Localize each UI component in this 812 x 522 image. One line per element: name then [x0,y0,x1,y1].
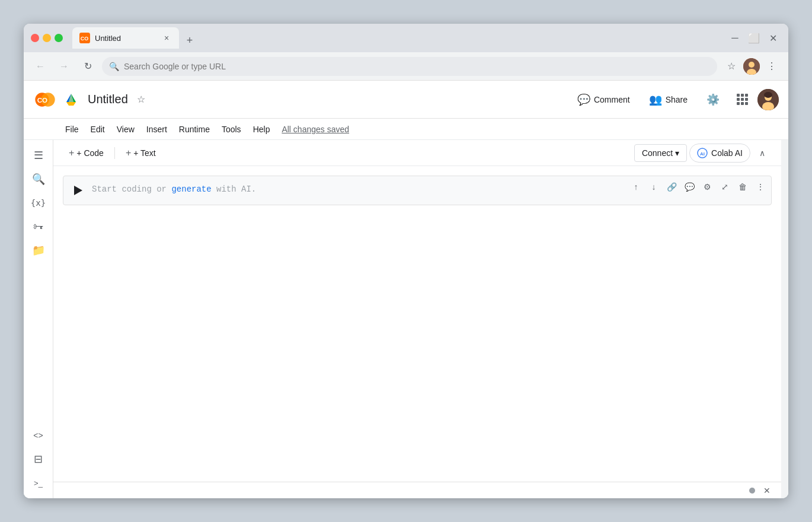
menu-insert[interactable]: Insert [140,121,173,138]
restore-button[interactable]: ⬜ [746,30,762,46]
colab-ai-button[interactable]: AI Colab AI [689,144,750,163]
snippets-icon: <> [33,431,43,440]
menu-edit[interactable]: Edit [85,121,111,138]
forward-icon: → [59,61,69,72]
move-up-icon: ↑ [634,182,638,192]
sidebar-secrets-button[interactable]: 🗝 [28,216,49,237]
cell-settings-icon: ⚙ [704,182,711,192]
files-icon: 📁 [32,244,45,257]
svg-point-15 [764,92,772,98]
cell-toolbar: ↑ ↓ 🔗 💬 ⚙ [628,179,769,195]
move-cell-down-button[interactable]: ↓ [645,179,662,195]
cells-area: Start coding or generate with AI. ↑ ↓ [53,166,781,482]
reload-button[interactable]: ↻ [78,57,97,76]
colab-header: CO Untitled ☆ 💬 Comment [24,81,788,119]
sidebar-terminal-button[interactable]: >_ [28,472,49,494]
share-label: Share [666,95,688,104]
google-drive-icon [64,93,78,107]
cell-comment-icon: 💬 [685,182,695,192]
cell-placeholder: Start coding or generate with AI. [92,184,256,194]
add-code-button[interactable]: + + Code [63,144,110,162]
user-avatar[interactable] [757,89,779,110]
notebook-area: + + Code + + Text Connect ▾ [53,140,781,498]
colab-ai-icon: AI [697,148,708,158]
sidebar-variables-button[interactable]: {x} [28,192,49,214]
menu-file[interactable]: File [59,121,85,138]
star-button[interactable]: ☆ [133,91,149,108]
apps-grid-button[interactable] [731,89,753,110]
search-icon: 🔍 [109,62,119,71]
delete-cell-button[interactable]: 🗑 [734,179,751,195]
sidebar-search-button[interactable]: 🔍 [28,168,49,190]
scrollbar-area[interactable] [781,140,788,498]
tab-close-button[interactable]: × [161,33,172,43]
cell-placeholder-suffix: with AI. [212,184,257,194]
active-tab[interactable]: CO Untitled × [72,27,179,49]
add-text-button[interactable]: + + Text [120,144,162,162]
sidebar-toc-button[interactable]: ☰ [28,145,49,166]
code-cell: Start coding or generate with AI. ↑ ↓ [63,176,772,205]
add-text-label: + Text [133,148,156,158]
doc-title: Untitled [88,93,128,106]
status-close-icon: ✕ [763,486,771,495]
apps-grid-icon [737,94,748,105]
bookmark-button[interactable]: ☆ [722,57,741,76]
cell-placeholder-prefix: Start coding or [92,184,171,194]
menu-help[interactable]: Help [247,121,276,138]
reload-icon: ↻ [84,61,92,72]
collapse-icon: ∧ [759,148,765,158]
address-bar-input-wrap[interactable]: 🔍 [102,57,717,76]
status-close-button[interactable]: ✕ [760,483,774,498]
collapse-button[interactable]: ∧ [753,144,772,163]
move-cell-up-button[interactable]: ↑ [628,179,644,195]
cell-expand-button[interactable]: ⤢ [717,179,733,195]
add-code-label: + Code [76,148,104,158]
tab-bar: CO Untitled × + [72,27,722,49]
minimize-button[interactable]: ─ [727,30,743,46]
cell-settings-button[interactable]: ⚙ [699,179,715,195]
browser-profile-button[interactable] [743,58,760,75]
maximize-window-button[interactable] [55,34,63,42]
sidebar-scratch-button[interactable]: ⊟ [28,448,49,470]
svg-marker-10 [66,102,76,106]
tab-favicon: CO [79,33,90,43]
menu-view[interactable]: View [111,121,140,138]
share-button[interactable]: 👥 Share [642,90,695,110]
browser-window: CO Untitled × + ─ ⬜ ✕ ← → ↻ 🔍 [24,24,788,498]
svg-text:AI: AI [700,151,705,157]
minimize-window-button[interactable] [43,34,51,42]
back-button[interactable]: ← [31,57,50,76]
comment-icon: 💬 [577,93,590,106]
colab-logo-icon: CO [33,88,57,112]
browser-menu-button[interactable]: ⋮ [762,57,781,76]
doc-title-area: Untitled ☆ [88,91,149,108]
close-window-button[interactable] [31,34,39,42]
cell-link-button[interactable]: 🔗 [663,179,680,195]
link-icon: 🔗 [667,182,677,192]
svg-text:CO: CO [81,36,89,42]
address-input[interactable] [124,62,710,71]
address-bar-actions: ☆ ⋮ [722,57,781,76]
close-button[interactable]: ✕ [765,30,781,46]
settings-button[interactable]: ⚙️ [699,90,727,110]
status-dot [749,488,755,494]
comment-label: Comment [594,95,630,104]
cell-comment-button[interactable]: 💬 [681,179,698,195]
cell-more-button[interactable]: ⋮ [752,179,769,195]
sidebar-files-button[interactable]: 📁 [28,240,49,261]
generate-link[interactable]: generate [171,184,211,194]
expand-icon: ⤢ [721,182,728,192]
menu-runtime[interactable]: Runtime [173,121,216,138]
comment-button[interactable]: 💬 Comment [570,90,637,110]
save-status[interactable]: All changes saved [276,121,355,138]
star-icon: ☆ [137,94,145,105]
forward-button[interactable]: → [55,57,73,76]
notebook-toolbar: + + Code + + Text Connect ▾ [53,140,781,166]
sidebar: ☰ 🔍 {x} 🗝 📁 <> ⊟ [24,140,53,498]
run-cell-button[interactable] [68,181,87,200]
menu-tools[interactable]: Tools [216,121,247,138]
sidebar-snippets-button[interactable]: <> [28,425,49,446]
new-tab-button[interactable]: + [181,32,198,49]
svg-point-3 [749,62,755,68]
connect-button[interactable]: Connect ▾ [634,144,687,162]
